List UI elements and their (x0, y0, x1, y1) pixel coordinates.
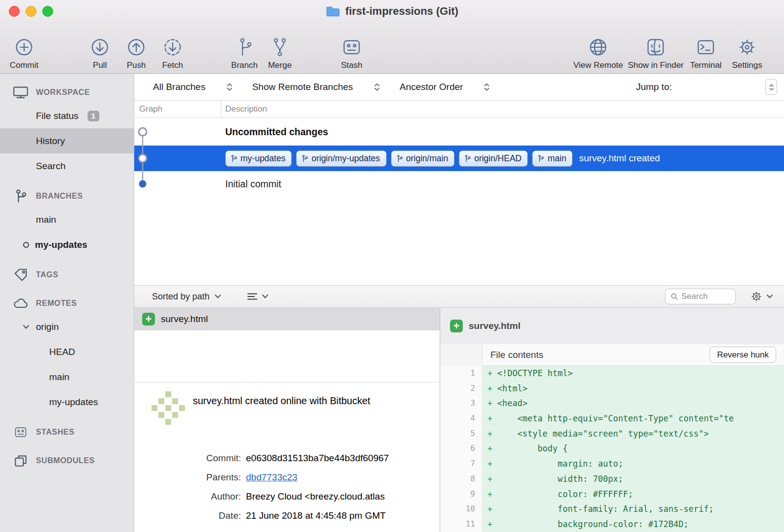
view-remote-button[interactable]: View Remote (573, 36, 623, 70)
diff-line[interactable]: 2 +<html> (440, 381, 784, 396)
sidebar-remote-my-updates[interactable]: my-updates (0, 389, 134, 414)
main-toolbar: Commit Pull Push Fetch Branch Merge (0, 23, 784, 73)
sidebar-remote-origin[interactable]: origin (0, 314, 134, 339)
hunk-title: File contents (490, 350, 543, 360)
sidebar-item-search[interactable]: Search (0, 153, 134, 178)
window-title-text: first-impressions (Git) (345, 5, 458, 18)
dropdown-value: Show Remote Branches (252, 82, 353, 92)
line-number: 8 (440, 472, 482, 487)
diff-line[interactable]: 6 + body { (440, 441, 784, 456)
diff-line[interactable]: 1 +<!DOCTYPE html> (440, 366, 784, 381)
toolbar-label: View Remote (573, 60, 623, 70)
parent-commit-link[interactable]: dbd7733c23 (246, 472, 298, 482)
show-in-finder-button[interactable]: Show in Finder (628, 36, 684, 70)
chevron-down-icon (262, 294, 269, 299)
titlebar: first-impressions (Git) (0, 0, 784, 23)
diff-file-name: survey.html (469, 321, 520, 331)
diff-line[interactable]: 3 +<head> (440, 396, 784, 411)
zoom-window-button[interactable] (42, 6, 53, 17)
sidebar-remote-main[interactable]: main (0, 364, 134, 389)
column-header-graph[interactable]: Graph (134, 101, 221, 118)
main-area: All Branches Show Remote Branches Ancest… (134, 74, 784, 532)
commit-details: survey.html created online with Bitbucke… (134, 383, 440, 532)
code-text: width: 700px; (497, 472, 623, 487)
added-marker: + (482, 396, 497, 411)
toolbar-label: Merge (268, 60, 292, 70)
cloud-icon (12, 296, 29, 311)
fetch-icon (162, 36, 183, 58)
terminal-button[interactable]: Terminal (689, 36, 723, 70)
branch-button[interactable]: Branch (227, 36, 262, 70)
file-row-survey-html[interactable]: + survey.html (134, 308, 440, 330)
commit-label: Commit: (134, 448, 241, 468)
close-window-button[interactable] (9, 6, 20, 17)
branch-badge[interactable]: origin/HEAD (459, 150, 528, 167)
line-number: 5 (440, 426, 482, 442)
hunk-header-bar: File contents Reverse hunk (440, 344, 784, 366)
line-number: 2 (440, 381, 482, 396)
toolbar-label: Push (127, 60, 146, 70)
diff-options-dropdown[interactable] (750, 290, 773, 303)
branch-badge[interactable]: origin/main (391, 150, 455, 167)
globe-icon (587, 36, 609, 58)
commit-message: Initial commit (225, 178, 281, 190)
jump-to-control[interactable]: Jump to: (636, 79, 777, 95)
sort-by-dropdown[interactable]: Sorted by path (152, 292, 221, 302)
push-button[interactable]: Push (119, 36, 153, 70)
section-label: REMOTES (36, 299, 77, 308)
code-text: body { (497, 441, 568, 456)
branch-badge-label: my-updates (241, 153, 285, 164)
search-input[interactable] (681, 292, 730, 301)
settings-button[interactable]: Settings (730, 36, 764, 70)
added-marker: + (482, 441, 497, 456)
diff-line[interactable]: 10 + font-family: Arial, sans-serif; (440, 502, 784, 517)
remote-branches-dropdown[interactable]: Show Remote Branches (252, 82, 380, 92)
sidebar-item-label: my-updates (35, 239, 88, 250)
diff-line[interactable]: 5 + <style media="screen" type="text/css… (440, 426, 784, 442)
sidebar-item-history[interactable]: History (0, 128, 134, 153)
diff-line[interactable]: 8 + width: 700px; (440, 472, 784, 487)
branch-filter-dropdown[interactable]: All Branches (153, 82, 233, 92)
diff-line[interactable]: 9 + color: #FFFFFF; (440, 487, 784, 502)
terminal-icon (695, 36, 717, 58)
branch-badge[interactable]: my-updates (225, 150, 292, 167)
reverse-hunk-button[interactable]: Reverse hunk (710, 347, 776, 363)
sidebar-remote-head[interactable]: HEAD (0, 339, 134, 364)
sidebar-item-label: File status (36, 111, 79, 121)
column-header-description[interactable]: Description (221, 104, 267, 114)
sidebar-section-branches: BRANCHES (0, 185, 134, 207)
diff-line[interactable]: 11 + background-color: #172B4D; (440, 517, 784, 532)
commit-button[interactable]: Commit (7, 36, 41, 70)
history-row-initial-commit[interactable]: Initial commit (134, 171, 784, 197)
monitor-icon (12, 85, 29, 100)
pull-button[interactable]: Pull (83, 36, 117, 70)
sidebar-branch-main[interactable]: main (0, 207, 134, 232)
code-text: color: #FFFFFF; (497, 487, 633, 502)
merge-button[interactable]: Merge (263, 36, 297, 70)
minimize-window-button[interactable] (26, 6, 36, 17)
branch-badge[interactable]: main (532, 150, 573, 167)
diff-line[interactable]: 4 + <meta http-equiv="Content-Type" cont… (440, 411, 784, 426)
chevron-updown-icon (226, 82, 233, 92)
traffic-lights (9, 6, 53, 17)
hunk-gutter (440, 344, 482, 366)
history-rows: Uncommitted changes my-updates origin/my… (134, 118, 784, 197)
file-search-field[interactable] (665, 289, 736, 304)
chevron-down-icon (214, 294, 221, 299)
history-row-uncommitted[interactable]: Uncommitted changes (134, 118, 784, 146)
history-row-selected[interactable]: my-updates origin/my-updates origin/main… (134, 146, 784, 171)
jump-to-stepper[interactable] (765, 79, 777, 95)
view-options-dropdown[interactable] (247, 292, 269, 301)
stash-button[interactable]: Stash (334, 36, 369, 70)
file-status-count-badge: 1 (88, 111, 99, 121)
toolbar-label: Settings (732, 60, 762, 70)
file-list-panel: + survey.html survey.html created online… (134, 308, 440, 532)
added-marker: + (482, 366, 497, 381)
sidebar-branch-my-updates[interactable]: my-updates (0, 232, 134, 257)
file-list-toolbar: Sorted by path (134, 285, 784, 308)
sidebar-item-file-status[interactable]: File status 1 (0, 103, 134, 128)
diff-line[interactable]: 7 + margin: auto; (440, 456, 784, 472)
branch-badge[interactable]: origin/my-updates (296, 150, 386, 167)
fetch-button[interactable]: Fetch (155, 36, 190, 70)
sort-order-dropdown[interactable]: Ancestor Order (400, 82, 490, 92)
